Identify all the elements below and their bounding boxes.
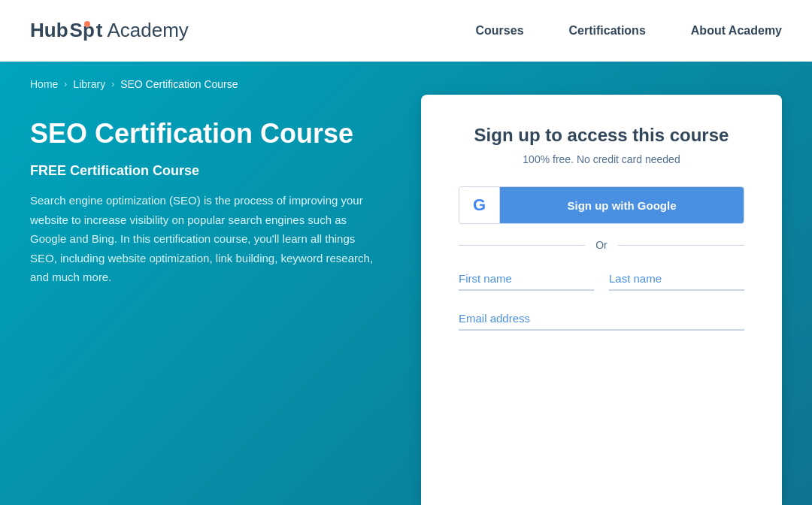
course-subtitle: FREE Certification Course [30, 163, 376, 179]
breadcrumb-home[interactable]: Home [30, 78, 58, 90]
logo-spot-text: Sp [70, 19, 95, 41]
google-g-icon: G [473, 195, 486, 215]
breadcrumb-sep-2: › [111, 79, 114, 89]
first-name-field [459, 268, 594, 291]
main-content: Home › Library › SEO Certification Cours… [0, 62, 812, 505]
logo-academy-text: Academy [107, 19, 188, 42]
breadcrumb-sep-1: › [64, 79, 67, 89]
or-line-right [618, 245, 744, 246]
course-description: Search engine optimization (SEO) is the … [30, 191, 376, 287]
or-line-left [459, 245, 585, 246]
logo: Hub Sp t Academy [30, 19, 189, 42]
course-title: SEO Certification Course [30, 117, 376, 150]
last-name-field [609, 268, 744, 291]
breadcrumb-current: SEO Certification Course [120, 78, 238, 90]
or-text: Or [595, 239, 607, 251]
logo-dot-icon [84, 21, 90, 27]
content-area: SEO Certification Course FREE Certificat… [0, 102, 812, 505]
google-btn-label: Sign up with Google [500, 187, 744, 223]
or-divider: Or [459, 239, 744, 251]
signup-subtitle: 100% free. No credit card needed [459, 153, 744, 165]
signup-card: Sign up to access this course 100% free.… [421, 95, 782, 505]
first-name-input[interactable] [459, 268, 594, 291]
email-input[interactable] [459, 307, 744, 331]
nav-certifications[interactable]: Certifications [569, 24, 646, 38]
last-name-input[interactable] [609, 268, 744, 291]
logo-hub-text: Hub [30, 19, 68, 42]
main-nav: Courses Certifications About Academy [476, 24, 782, 38]
logo-ot-text: t [96, 19, 103, 42]
nav-courses[interactable]: Courses [476, 24, 524, 38]
email-field-container [459, 307, 744, 331]
google-icon-box: G [459, 186, 500, 224]
header: Hub Sp t Academy Courses Certifications … [0, 0, 812, 62]
course-info: SEO Certification Course FREE Certificat… [30, 102, 421, 505]
google-signup-button[interactable]: G Sign up with Google [459, 186, 744, 224]
name-fields-row [459, 268, 744, 291]
signup-title: Sign up to access this course [459, 125, 744, 146]
breadcrumb-library[interactable]: Library [73, 78, 105, 90]
nav-about-academy[interactable]: About Academy [691, 24, 782, 38]
